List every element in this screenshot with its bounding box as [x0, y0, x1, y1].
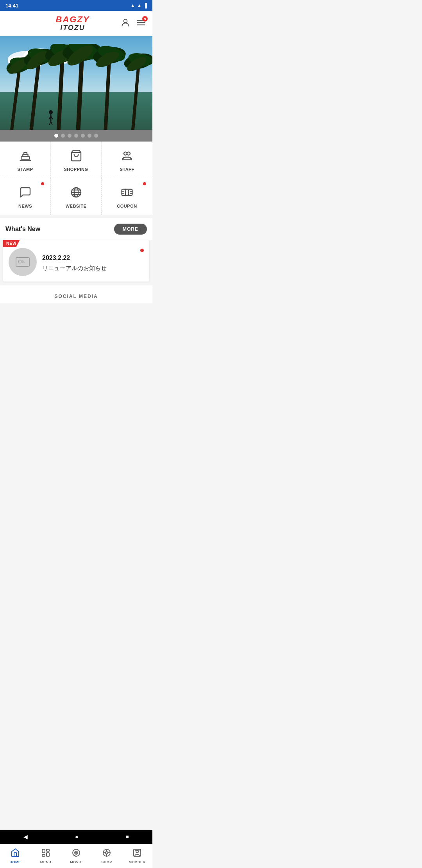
svg-line-18	[59, 56, 63, 130]
news-date: 2023.2.22	[42, 255, 144, 262]
social-media-section: SOCIAL MEDIA	[0, 285, 152, 303]
news-icon	[19, 186, 32, 201]
slider-dots	[0, 130, 152, 142]
profile-icon	[120, 18, 131, 28]
main-content: What's New MORE NEW 2023.2.22 リニューアルのお知ら…	[0, 218, 152, 343]
shopping-icon	[70, 149, 82, 164]
svg-line-39	[51, 121, 52, 125]
news-content: 2023.2.22 リニューアルのお知らせ	[42, 250, 144, 272]
more-button[interactable]: MORE	[114, 224, 147, 235]
app-logo: BAGZY ITOZU	[56, 15, 90, 32]
shopping-menu-item[interactable]: SHOPPING	[51, 142, 102, 178]
coupon-icon	[121, 186, 133, 201]
svg-point-46	[127, 152, 130, 155]
news-menu-item[interactable]: NEWS	[0, 178, 51, 215]
status-icons: ▲ ▲ ▐	[131, 3, 147, 8]
svg-line-30	[133, 63, 139, 130]
svg-point-34	[49, 110, 53, 114]
dot-6[interactable]	[88, 134, 91, 138]
wifi-icon: ▲	[131, 3, 135, 8]
svg-line-14	[31, 59, 39, 130]
coupon-label: COUPON	[117, 204, 137, 208]
stamp-menu-item[interactable]: STAMP	[0, 142, 51, 178]
news-notification-dot	[41, 182, 44, 185]
header: BAGZY ITOZU N	[0, 11, 152, 36]
svg-line-22	[78, 54, 82, 130]
staff-icon	[121, 149, 133, 164]
coupon-menu-item[interactable]: COUPON	[102, 178, 152, 215]
svg-line-26	[106, 57, 109, 130]
hero-image	[0, 36, 152, 130]
dot-1[interactable]	[54, 134, 58, 138]
website-menu-item[interactable]: WEBSITE	[51, 178, 102, 215]
palm-trees-svg	[0, 44, 152, 130]
new-badge: NEW	[3, 240, 20, 247]
stamp-icon	[19, 149, 32, 164]
svg-rect-52	[122, 189, 132, 195]
dot-7[interactable]	[94, 134, 98, 138]
menu-button[interactable]: N	[136, 18, 146, 29]
coupon-notification-dot	[143, 182, 146, 185]
social-media-label: SOCIAL MEDIA	[54, 294, 98, 299]
dot-4[interactable]	[74, 134, 78, 138]
news-label: NEWS	[18, 204, 32, 208]
news-card[interactable]: NEW 2023.2.22 リニューアルのお知らせ	[3, 240, 149, 282]
header-icons: N	[120, 18, 146, 29]
dot-3[interactable]	[68, 134, 72, 138]
signal-icon: ▲	[137, 3, 142, 8]
logo-area: BAGZY ITOZU	[25, 15, 120, 32]
status-time: 14:41	[5, 3, 18, 9]
staff-menu-item[interactable]: STAFF	[102, 142, 152, 178]
stamp-label: STAMP	[17, 167, 33, 172]
unread-dot	[140, 249, 144, 252]
battery-icon: ▐	[143, 3, 147, 8]
svg-line-38	[49, 121, 51, 125]
svg-rect-42	[24, 152, 27, 154]
whats-new-header: What's New MORE	[0, 218, 152, 240]
news-text: リニューアルのお知らせ	[42, 265, 144, 272]
menu-grid: STAMP SHOPPING STAFF	[0, 142, 152, 215]
svg-line-10	[12, 67, 20, 130]
hero-slider[interactable]	[0, 36, 152, 130]
svg-point-0	[124, 19, 127, 23]
dot-2[interactable]	[61, 134, 65, 138]
notification-badge: N	[142, 16, 148, 22]
news-thumbnail	[9, 248, 37, 276]
website-icon	[70, 186, 82, 201]
status-bar: 14:41 ▲ ▲ ▐	[0, 0, 152, 11]
shopping-label: SHOPPING	[64, 167, 88, 172]
website-label: WEBSITE	[66, 204, 87, 208]
thumbnail-icon	[16, 256, 30, 267]
profile-button[interactable]	[120, 18, 131, 29]
dot-5[interactable]	[81, 134, 85, 138]
svg-point-45	[124, 152, 127, 155]
staff-label: STAFF	[120, 167, 134, 172]
whats-new-title: What's New	[5, 226, 40, 233]
